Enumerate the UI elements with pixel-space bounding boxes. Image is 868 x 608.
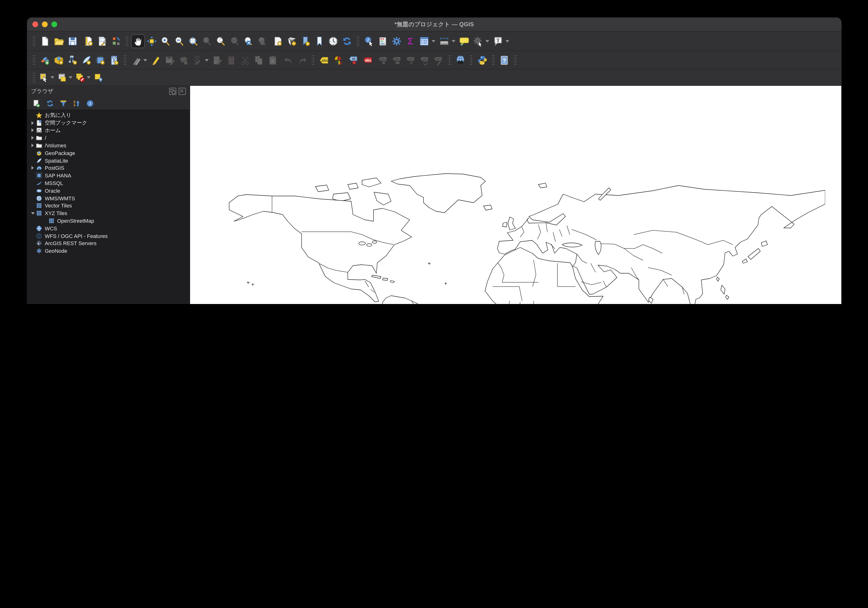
deselect-features-button[interactable]	[74, 72, 86, 84]
layer-labeling-options-button[interactable]: abc	[317, 53, 331, 67]
browser-item-openstreetmap[interactable]: OpenStreetMap	[27, 217, 190, 225]
show-hide-labels-button[interactable]: abc	[390, 53, 404, 67]
browser-item-geonode[interactable]: GeoNode	[27, 247, 190, 255]
browser-item-wfs-ogc-api-features[interactable]: WFS / OGC API - Features	[27, 232, 190, 240]
cut-features-button[interactable]	[238, 53, 252, 67]
undo-button[interactable]	[282, 53, 295, 67]
expander-arrow-icon[interactable]	[30, 212, 35, 215]
toolbar-drag-handle[interactable]	[513, 55, 517, 65]
zoom-full-button[interactable]	[186, 34, 200, 48]
delete-selected-button[interactable]	[225, 53, 238, 67]
collapse-all-button[interactable]	[72, 99, 81, 108]
current-edits-button[interactable]	[129, 53, 143, 67]
browser-item--[interactable]: ホーム	[27, 127, 190, 134]
pan-to-selection-button[interactable]	[145, 34, 159, 48]
show-spatial-bookmarks-button[interactable]	[313, 34, 326, 48]
toolbar-drag-handle[interactable]	[33, 72, 36, 83]
browser-item-postgis[interactable]: PostGIS	[27, 164, 190, 172]
expander-arrow-icon[interactable]	[30, 166, 35, 170]
add-selected-layers-button[interactable]	[32, 99, 41, 108]
browser-item-sap-hana[interactable]: SAP HANA	[27, 172, 190, 180]
toolbar-drag-handle[interactable]	[312, 55, 315, 65]
text-annotation-button[interactable]: T	[491, 34, 505, 48]
select-by-location-button[interactable]	[92, 72, 104, 84]
python-console-button[interactable]	[476, 53, 489, 67]
browser-item-arcgis-rest-servers[interactable]: ArcGIS REST Servers	[27, 239, 190, 247]
toggle-editing-button[interactable]	[149, 53, 163, 67]
temporal-controller-button[interactable]	[326, 34, 340, 48]
run-feature-action-button[interactable]	[471, 34, 485, 48]
browser-item-vector-tiles[interactable]: Vector Tiles	[27, 202, 190, 210]
toolbar-drag-handle[interactable]	[491, 55, 495, 65]
browser-item-wms-wmts[interactable]: WMS/WMTS	[27, 194, 190, 202]
zoom-in-button[interactable]	[159, 34, 172, 48]
measure-button[interactable]	[437, 34, 451, 48]
zoom-to-layer-button[interactable]	[214, 34, 228, 48]
zoom-native-resolution-button[interactable]: 1:1	[228, 34, 242, 48]
new-print-layout-button[interactable]	[81, 34, 95, 48]
field-calculator-button[interactable]	[376, 34, 390, 48]
toolbar-drag-handle[interactable]	[470, 55, 473, 65]
save-project-button[interactable]	[66, 34, 79, 48]
select-features-button[interactable]	[38, 72, 50, 84]
help-button[interactable]: ?	[498, 53, 511, 67]
properties-button[interactable]: i	[85, 99, 95, 108]
browser-item--[interactable]: 空間ブックマーク	[27, 119, 190, 127]
browser-item-oracle[interactable]: Oracle	[27, 187, 190, 194]
modify-attributes-button[interactable]	[211, 53, 225, 67]
add-polygon-feature-button[interactable]	[177, 53, 191, 67]
browser-item-wcs[interactable]: WCS	[27, 225, 190, 232]
browser-item--[interactable]: お気に入り	[27, 112, 190, 119]
pan-map-button[interactable]	[131, 34, 145, 48]
toolbar-drag-handle[interactable]	[356, 36, 360, 46]
new-project-button[interactable]	[38, 34, 52, 48]
pin-unpin-labels-button[interactable]: abc	[377, 53, 390, 67]
map-tips-button[interactable]	[457, 34, 471, 48]
expander-arrow-icon[interactable]	[30, 143, 35, 147]
new-shapefile-layer-button[interactable]	[66, 53, 79, 67]
close-window-button[interactable]	[33, 22, 38, 27]
zoom-to-selection-button[interactable]	[200, 34, 214, 48]
new-3d-map-view-button[interactable]	[285, 34, 299, 48]
new-spatialite-layer-button[interactable]	[79, 53, 93, 67]
redo-button[interactable]	[295, 53, 309, 67]
zoom-window-button[interactable]	[51, 22, 57, 27]
close-panel-button[interactable]	[179, 88, 186, 95]
toolbar-drag-handle[interactable]	[125, 36, 129, 46]
browser-item-mssql[interactable]: MSSQL	[27, 179, 190, 187]
metasearch-button[interactable]	[454, 53, 467, 67]
layer-diagram-options-button[interactable]	[331, 53, 345, 67]
highlight-unplaced-labels-button[interactable]: abc	[361, 53, 374, 67]
layout-manager-button[interactable]	[95, 34, 109, 48]
move-label-button[interactable]: abc	[404, 53, 418, 67]
change-label-button[interactable]: abc	[432, 53, 445, 67]
browser-item-spatialite[interactable]: SpatiaLite	[27, 157, 190, 165]
statistical-summary-button[interactable]: Σ	[403, 34, 417, 48]
zoom-next-button[interactable]	[255, 34, 269, 48]
browser-item-geopackage[interactable]: GeoPackage	[27, 149, 190, 157]
browser-item--[interactable]: /	[27, 134, 190, 142]
new-map-view-button[interactable]	[271, 34, 285, 48]
style-manager-button[interactable]: a	[109, 34, 123, 48]
expander-arrow-icon[interactable]	[30, 121, 35, 125]
expander-arrow-icon[interactable]	[30, 129, 35, 132]
new-mesh-layer-button[interactable]	[93, 53, 107, 67]
browser-item-xyz-tiles[interactable]: XYZ Tiles	[27, 210, 190, 217]
copy-features-button[interactable]	[252, 53, 266, 67]
toolbar-drag-handle[interactable]	[448, 55, 451, 65]
data-source-manager-button[interactable]	[38, 53, 52, 67]
vertex-tool-button[interactable]	[191, 53, 205, 67]
minimize-window-button[interactable]	[42, 22, 48, 27]
identify-features-button[interactable]: i	[362, 34, 376, 48]
toolbar-drag-handle[interactable]	[123, 55, 127, 65]
pin-labels-button[interactable]: ab	[347, 53, 361, 67]
filter-browser-button[interactable]	[59, 99, 68, 108]
zoom-out-button[interactable]	[172, 34, 186, 48]
processing-toolbox-button[interactable]	[390, 34, 403, 48]
refresh-browser-button[interactable]	[45, 99, 54, 108]
zoom-last-button[interactable]	[242, 34, 255, 48]
rotate-label-button[interactable]: abc	[418, 53, 432, 67]
new-virtual-layer-button[interactable]	[107, 53, 121, 67]
save-layer-edits-button[interactable]	[163, 53, 177, 67]
paste-features-button[interactable]	[266, 53, 280, 67]
